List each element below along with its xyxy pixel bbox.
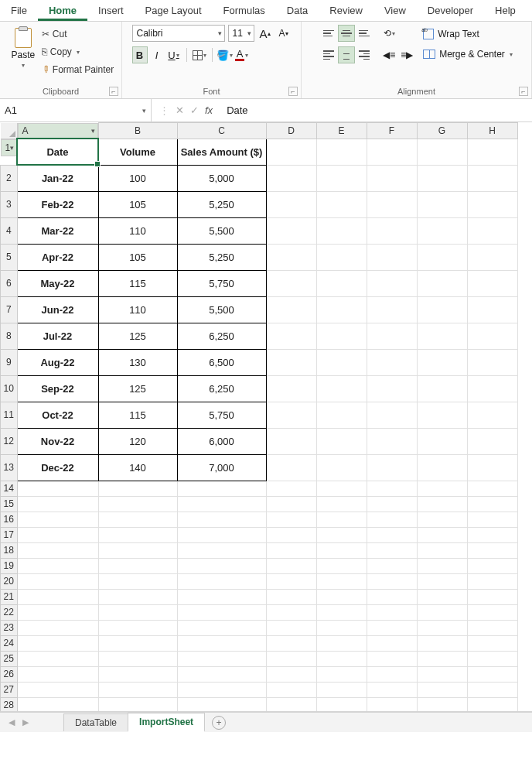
cell[interactable] bbox=[417, 589, 467, 604]
cell[interactable]: Mar-22 bbox=[17, 217, 98, 244]
cell[interactable] bbox=[98, 496, 177, 512]
cell[interactable]: 5,250 bbox=[177, 244, 266, 270]
cell[interactable]: 140 bbox=[98, 454, 177, 481]
cell[interactable] bbox=[417, 375, 467, 402]
cell[interactable] bbox=[266, 296, 316, 323]
cell[interactable] bbox=[266, 635, 316, 651]
fx-icon[interactable]: fx bbox=[205, 104, 213, 116]
cell[interactable]: 110 bbox=[98, 296, 177, 323]
cell[interactable] bbox=[467, 512, 517, 527]
cell[interactable] bbox=[98, 635, 177, 651]
align-bottom-button[interactable] bbox=[356, 25, 373, 42]
cell[interactable] bbox=[98, 589, 177, 604]
cell[interactable] bbox=[17, 635, 98, 651]
format-painter-button[interactable]: Format Painter bbox=[42, 62, 114, 77]
cell[interactable] bbox=[177, 651, 266, 666]
align-left-button[interactable] bbox=[320, 46, 337, 63]
tab-home[interactable]: Home bbox=[38, 1, 87, 21]
cell[interactable]: Sales Amount ($) bbox=[177, 139, 266, 165]
chevron-down-icon[interactable]: ▾ bbox=[392, 30, 395, 37]
cell[interactable] bbox=[266, 244, 316, 270]
cell[interactable] bbox=[266, 454, 316, 481]
cell[interactable] bbox=[17, 682, 98, 697]
cell[interactable] bbox=[367, 573, 417, 589]
cell[interactable] bbox=[316, 651, 367, 666]
cell[interactable] bbox=[316, 682, 367, 697]
cell[interactable] bbox=[417, 697, 467, 712]
cell[interactable] bbox=[467, 270, 517, 296]
cell[interactable] bbox=[98, 573, 177, 589]
chevron-down-icon[interactable]: ▾ bbox=[510, 51, 513, 58]
cell[interactable] bbox=[367, 527, 417, 542]
cell[interactable] bbox=[316, 244, 367, 270]
cell[interactable] bbox=[266, 139, 316, 165]
cell[interactable] bbox=[98, 558, 177, 573]
cell[interactable] bbox=[266, 620, 316, 635]
paste-button[interactable]: Paste ▾ bbox=[8, 25, 39, 77]
chevron-down-icon[interactable]: ▾ bbox=[203, 52, 206, 59]
cell[interactable] bbox=[467, 604, 517, 620]
cell[interactable] bbox=[98, 604, 177, 620]
cell[interactable] bbox=[316, 542, 367, 558]
cell[interactable] bbox=[417, 620, 467, 635]
cell[interactable] bbox=[177, 558, 266, 573]
cell[interactable] bbox=[367, 375, 417, 402]
cell[interactable] bbox=[266, 527, 316, 542]
cell[interactable] bbox=[98, 666, 177, 682]
cell[interactable]: 5,000 bbox=[177, 165, 266, 191]
cell[interactable] bbox=[177, 512, 266, 527]
tab-review[interactable]: Review bbox=[319, 1, 373, 21]
cell[interactable] bbox=[417, 139, 467, 165]
cell[interactable] bbox=[316, 296, 367, 323]
row-header-18[interactable]: 18 bbox=[1, 542, 18, 558]
cell[interactable] bbox=[266, 542, 316, 558]
dialog-launcher-icon[interactable]: ⌐ bbox=[519, 87, 528, 96]
cell[interactable] bbox=[266, 270, 316, 296]
cell[interactable] bbox=[467, 217, 517, 244]
cell[interactable] bbox=[316, 604, 367, 620]
cell[interactable] bbox=[417, 165, 467, 191]
cell[interactable]: 5,750 bbox=[177, 402, 266, 428]
cell[interactable] bbox=[316, 620, 367, 635]
cell[interactable] bbox=[316, 697, 367, 712]
formula-bar-input[interactable]: Date bbox=[220, 99, 532, 121]
cell[interactable] bbox=[467, 620, 517, 635]
cell[interactable] bbox=[367, 666, 417, 682]
cell[interactable] bbox=[417, 402, 467, 428]
cell[interactable] bbox=[467, 402, 517, 428]
cell[interactable]: Volume bbox=[98, 139, 177, 165]
cell[interactable] bbox=[367, 604, 417, 620]
cell[interactable] bbox=[316, 573, 367, 589]
tab-file[interactable]: File bbox=[0, 1, 38, 21]
row-header-1[interactable]: 1 bbox=[1, 139, 17, 156]
column-header-C[interactable]: C bbox=[177, 123, 266, 139]
cell[interactable] bbox=[266, 428, 316, 454]
cell[interactable] bbox=[467, 428, 517, 454]
merge-center-button[interactable]: Merge & Center▾ bbox=[423, 46, 513, 62]
cell[interactable]: 125 bbox=[98, 323, 177, 349]
cell[interactable] bbox=[467, 349, 517, 375]
cell[interactable] bbox=[367, 651, 417, 666]
cell[interactable] bbox=[316, 481, 367, 496]
spreadsheet-grid[interactable]: A B C D E F G H 1DateVolumeSales Amount … bbox=[0, 122, 532, 712]
cell[interactable] bbox=[316, 270, 367, 296]
cell[interactable]: 105 bbox=[98, 191, 177, 217]
cell[interactable] bbox=[467, 191, 517, 217]
cell[interactable] bbox=[467, 682, 517, 697]
cell[interactable] bbox=[467, 323, 517, 349]
cell[interactable] bbox=[177, 542, 266, 558]
cell[interactable]: Date bbox=[17, 139, 98, 165]
underline-button[interactable]: U▾ bbox=[166, 46, 182, 63]
cell[interactable] bbox=[316, 589, 367, 604]
row-header-9[interactable]: 9 bbox=[1, 349, 18, 375]
cell[interactable]: 130 bbox=[98, 349, 177, 375]
cell[interactable]: Sep-22 bbox=[17, 375, 98, 402]
tab-data[interactable]: Data bbox=[276, 1, 319, 21]
cell[interactable] bbox=[417, 191, 467, 217]
cell[interactable]: 5,750 bbox=[177, 270, 266, 296]
cell[interactable] bbox=[367, 697, 417, 712]
cell[interactable]: 125 bbox=[98, 375, 177, 402]
column-header-E[interactable]: E bbox=[316, 123, 367, 139]
column-header-D[interactable]: D bbox=[266, 123, 316, 139]
cell[interactable] bbox=[316, 375, 367, 402]
